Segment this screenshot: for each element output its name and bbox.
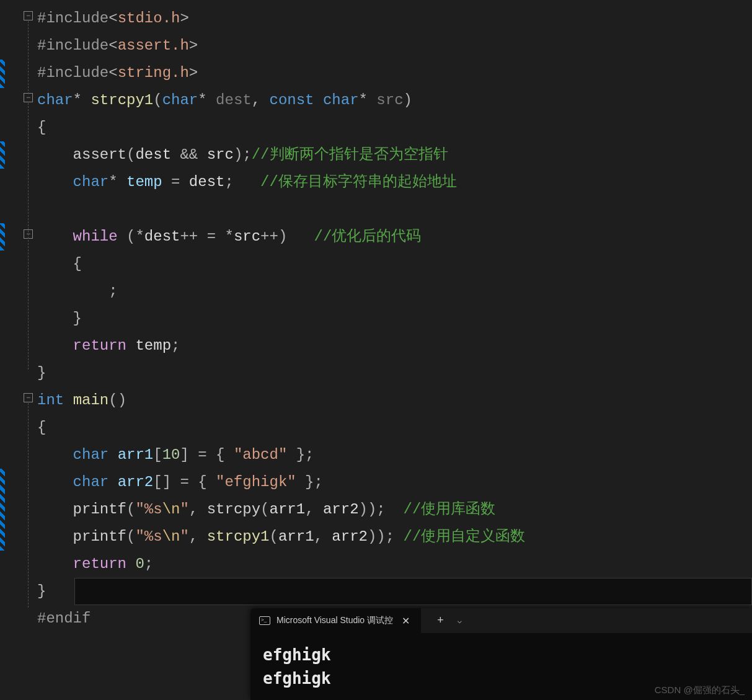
keyword: char	[162, 92, 198, 109]
watermark: CSDN @倔强的石头_	[655, 684, 745, 696]
comment: //使用自定义函数	[404, 528, 526, 545]
keyword: const	[270, 92, 314, 109]
var: src	[207, 146, 234, 163]
fold-toggle[interactable]: −	[24, 93, 33, 102]
string: "%s	[135, 501, 162, 518]
escape: \n	[162, 528, 180, 545]
fold-gutter: − − − −	[19, 0, 37, 700]
escape: \n	[162, 501, 180, 518]
function-name: strcpy1	[91, 92, 153, 109]
fold-toggle[interactable]: −	[24, 393, 33, 402]
keyword: char	[37, 92, 73, 109]
brace: }	[37, 583, 46, 600]
var: temp	[135, 337, 171, 354]
brace: {	[73, 255, 82, 272]
function-name: main	[73, 392, 109, 409]
string: "efghigk"	[216, 474, 296, 490]
terminal-tab-bar: Microsoft Visual Studio 调试控 ✕ + ⌵	[250, 608, 752, 633]
header-name: assert.h	[118, 37, 189, 54]
var: arr1	[118, 446, 154, 463]
fold-toggle[interactable]: −	[24, 11, 33, 20]
brace: {	[37, 119, 46, 136]
keyword: char	[73, 174, 109, 190]
keyword: return	[73, 556, 126, 572]
var: dest	[189, 174, 225, 190]
terminal-icon	[259, 616, 270, 625]
var: dest	[144, 228, 180, 245]
var: arr1	[278, 528, 314, 545]
func-call: printf	[73, 528, 126, 545]
op: &&	[180, 146, 198, 163]
string: "%s	[135, 528, 162, 545]
string: "	[180, 528, 188, 545]
param: src	[376, 92, 403, 109]
preproc: #endif	[37, 610, 91, 627]
var: temp	[126, 174, 162, 190]
terminal-tab[interactable]: Microsoft Visual Studio 调试控 ✕	[250, 608, 421, 633]
func-call: printf	[73, 501, 126, 518]
op: =	[171, 174, 180, 190]
terminal-actions: + ⌵	[421, 614, 462, 627]
func-call: assert	[73, 146, 126, 163]
keyword: char	[73, 446, 109, 463]
code-editor: − − − − #include<stdio.h> #include<asser…	[0, 0, 752, 700]
var: src	[234, 228, 260, 245]
brace: }	[37, 365, 46, 381]
func-call: strcpy1	[207, 528, 270, 545]
close-icon[interactable]: ✕	[399, 615, 412, 627]
string: "abcd"	[234, 446, 287, 463]
var: arr2	[332, 528, 368, 545]
keyword: char	[73, 474, 109, 490]
keyword: int	[37, 392, 64, 409]
preproc: #include	[37, 64, 108, 81]
var: arr1	[270, 501, 306, 518]
comment: //判断两个指针是否为空指针	[252, 146, 448, 163]
preproc: #include	[37, 10, 108, 27]
terminal-tab-title: Microsoft Visual Studio 调试控	[276, 615, 393, 626]
number: 0	[135, 556, 144, 572]
tab-dropdown-icon[interactable]: ⌵	[458, 616, 462, 626]
var: dest	[135, 146, 171, 163]
new-tab-button[interactable]: +	[437, 614, 444, 627]
keyword: char	[323, 92, 359, 109]
comment: //保存目标字符串的起始地址	[260, 174, 457, 190]
var: arr2	[118, 474, 154, 490]
func-call: strcpy	[207, 501, 260, 518]
brace: {	[37, 419, 46, 436]
param: dest	[216, 92, 252, 109]
brace: }	[73, 310, 82, 327]
code-content[interactable]: #include<stdio.h> #include<assert.h> #in…	[37, 0, 752, 700]
number: 10	[162, 446, 180, 463]
comment: //优化后的代码	[314, 228, 422, 245]
var: arr2	[323, 501, 359, 518]
keyword: while	[73, 228, 118, 245]
keyword: return	[73, 337, 126, 354]
comment: //使用库函数	[404, 501, 496, 518]
header-name: string.h	[118, 64, 189, 81]
string: "	[180, 501, 188, 518]
change-gutter	[0, 0, 19, 700]
header-name: stdio.h	[118, 10, 180, 27]
output-line: efghigk	[263, 643, 740, 667]
preproc: #include	[37, 37, 108, 54]
statement: ;	[108, 283, 117, 299]
